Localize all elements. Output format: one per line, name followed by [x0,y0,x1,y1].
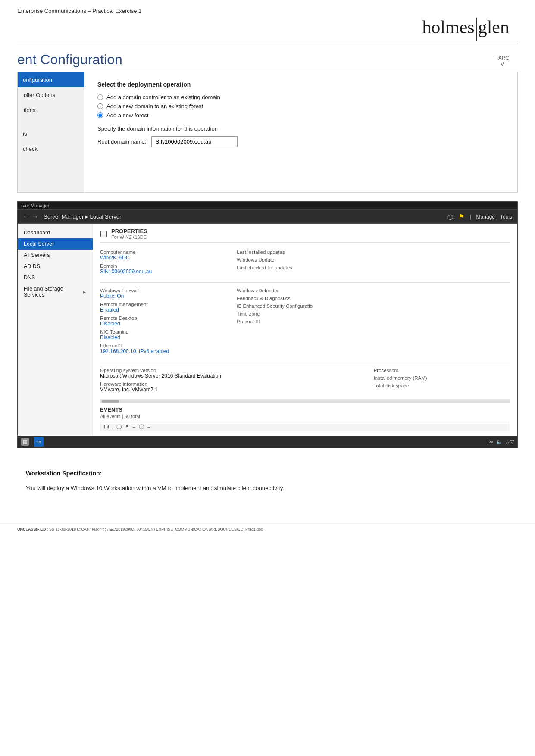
domain-info-label: Specify the domain information for this … [97,125,504,132]
radio-item-existing-domain[interactable]: Add a domain controller to an existing d… [97,94,504,100]
tarc-sub: V [495,61,509,67]
sm-flag-icon: ⚑ [458,212,464,221]
prop-domain: Domain SIN100602009.edu.au [100,263,233,275]
config-container: onfiguration oller Options tions is chec… [17,72,518,193]
sm-sidebar-local-server[interactable]: Local Server [18,238,93,250]
events-flag-icon: ⚑ [125,424,129,429]
prop-ethernet: Ethernet0 192.168.200.10, IPv6 enabled [100,343,233,354]
prop-timezone: Time zone [237,311,370,316]
properties-subtitle: For WIN2K16DC [111,234,147,240]
separator-bar: | [469,214,471,220]
page-title: ent Configuration [17,52,122,68]
prop-ie-security: IE Enhanced Security Configuratio [237,303,370,309]
events-circle-icon: ◯ [116,424,122,429]
domain-label: Domain [100,263,233,269]
remote-desktop-value[interactable]: Disabled [100,321,233,327]
sm-scroll-bar[interactable] [100,399,510,403]
sidebar-item-configuration[interactable]: onfiguration [18,72,84,87]
ethernet-value[interactable]: 192.168.200.10, IPv6 enabled [100,348,233,354]
local-server-label: Local Server [24,241,54,247]
radio-new-forest-label: Add a new forest [106,112,149,119]
prop-group-firewall: Windows Firewall Public: On Remote manag… [100,286,237,359]
sm-sidebar-file-storage[interactable]: File and Storage Services ► [18,283,93,300]
ethernet-label: Ethernet0 [100,343,233,348]
forward-arrow-icon[interactable]: → [31,213,38,221]
domain-value[interactable]: SIN100602009.edu.au [100,269,233,275]
hardware-label: Hardware information [100,381,370,387]
nic-teaming-value[interactable]: Disabled [100,334,233,341]
ram-label: Installed memory (RAM) [374,375,507,381]
prop-feedback: Feedback & Diagnostics [237,296,370,301]
sm-sidebar-dns[interactable]: DNS [18,272,93,283]
taskbar-sm-icon[interactable]: SM [34,437,44,447]
radio-existing-domain-label: Add a domain controller to an existing d… [106,94,220,100]
events-subtitle: All events | 60 total [100,414,510,419]
radio-item-existing-forest[interactable]: Add a new domain to an existing forest [97,103,504,109]
remote-mgmt-label: Remote management [100,302,233,307]
sm-scroll-thumb[interactable] [102,400,119,403]
firewall-value[interactable]: Public: On [100,293,233,299]
radio-existing-domain[interactable] [97,94,103,100]
events-dash: – [133,424,135,429]
remote-mgmt-value[interactable]: Enabled [100,307,233,313]
tools-button[interactable]: Tools [500,214,512,220]
windows-update-label: Windows Update [237,257,370,262]
footer-classified: UNCLASSIFIED [17,527,46,531]
prop-last-updates: Last installed updates [237,250,370,255]
prop-windows-update: Windows Update [237,257,370,262]
sm-top-bar: ← → Server Manager ▸ Local Server ◯ ⚑ | … [18,210,517,224]
sidebar-item-is[interactable]: is [18,126,84,141]
ie-security-label: IE Enhanced Security Configuratio [237,303,370,309]
sm-sidebar-all-servers[interactable]: All Servers [18,250,93,261]
prop-defender: Windows Defender [237,288,370,293]
sidebar-item-options[interactable]: tions [18,103,84,118]
props-divider-2 [100,362,510,362]
tarc-badge: TARC V [495,52,509,67]
prop-hardware: Hardware information VMware, Inc. VMware… [100,381,370,393]
sm-sidebar-ad-ds[interactable]: AD DS [18,261,93,272]
logo-part1: holmes [422,17,474,37]
sm-main: PROPERTIES For WIN2K16DC Computer name W… [93,224,517,436]
sidebar-item-check[interactable]: check [18,141,84,156]
events-dash2: – [147,424,150,429]
sidebar-spacer [18,118,84,126]
root-domain-input[interactable] [151,136,238,147]
file-storage-label: File and Storage Services [24,286,82,298]
radio-existing-forest-label: Add a new domain to an existing forest [106,103,203,109]
computer-name-value[interactable]: WIN2K16DC [100,255,233,261]
events-bar: Fil... ◯ ⚑ – ◯ – [100,422,510,431]
radio-new-forest[interactable] [97,112,103,118]
chevron-right-icon: ► [82,290,87,294]
remote-desktop-label: Remote Desktop [100,316,233,321]
sm-top-right: ◯ ⚑ | Manage Tools [447,212,512,221]
prop-processors: Processors [374,368,507,373]
back-arrow-icon[interactable]: ← [23,213,30,221]
prop-computer-name: Computer name WIN2K16DC [100,250,233,261]
radio-group: Add a domain controller to an existing d… [97,94,504,119]
hardware-value: VMware, Inc. VMware7,1 [100,387,370,393]
radio-existing-forest[interactable] [97,103,103,109]
prop-product-id: Product ID [237,319,370,324]
config-content: Select the deployment operation Add a do… [84,72,517,192]
prop-os-version: Operating system version Microsoft Windo… [100,368,370,379]
sidebar-item-controller-options[interactable]: oller Options [18,87,84,103]
domain-row: Root domain name: [97,136,504,147]
properties-icon [100,231,107,237]
disk-label: Total disk space [374,383,507,388]
radio-item-new-forest[interactable]: Add a new forest [97,112,504,119]
product-id-label: Product ID [237,319,370,324]
page-footer: UNCLASSIFIED : SS 18-Jul-2019 L:\CAIT\Te… [0,523,535,535]
sidebar-item-config-label: onfiguration [23,77,52,83]
logo: holmes glen [422,17,509,41]
taskbar-network-icon: ⚯ [489,439,493,445]
server-manager-wrapper: rver Manager ← → Server Manager ▸ Local … [17,201,518,448]
sm-breadcrumb: Server Manager ▸ Local Server [44,213,442,220]
sm-sidebar-dashboard[interactable]: Dashboard [18,227,93,238]
prop-last-checked: Last checked for updates [237,265,370,270]
events-filter-label[interactable]: Fil... [104,424,113,429]
taskbar-start-icon[interactable]: ▦ [21,438,29,446]
prop-group-os: Operating system version Microsoft Windo… [100,366,374,397]
feedback-label: Feedback & Diagnostics [237,296,370,301]
manage-button[interactable]: Manage [476,214,495,220]
notification-icon[interactable]: ◯ [447,214,453,220]
